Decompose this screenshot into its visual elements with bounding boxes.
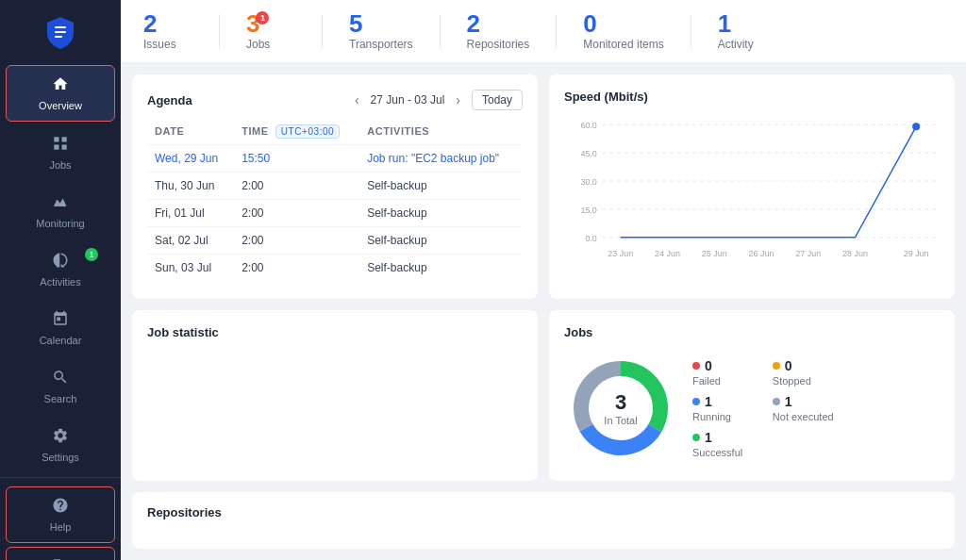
- sidebar-item-monitoring-label: Monitoring: [36, 218, 84, 229]
- sidebar-item-search[interactable]: Search: [6, 359, 115, 414]
- cell-activity: Job run: "EC2 backup job": [359, 145, 523, 173]
- stat-divider-4: [556, 14, 557, 48]
- donut-number: 3: [604, 390, 637, 415]
- svg-text:45.0: 45.0: [580, 149, 596, 158]
- job-statistic-title: Job statistic: [147, 325, 523, 339]
- stopped-dot: [773, 362, 780, 370]
- cell-activity: Self-backup: [359, 200, 523, 227]
- agenda-table: DATE TIME UTC+03:00 ACTIVITIES Wed, 29 J…: [147, 122, 523, 281]
- cell-time: 15:50: [234, 145, 359, 173]
- stat-jobs-label: Jobs: [246, 38, 270, 51]
- sidebar-item-calendar-label: Calendar: [40, 335, 82, 346]
- sidebar-item-activities-label: Activities: [40, 276, 80, 288]
- legend-failed: 0 Failed: [692, 358, 754, 387]
- monitoring-icon: [52, 193, 69, 214]
- timezone-badge: UTC+03:00: [275, 124, 340, 139]
- stat-repositories-label: Repositories: [467, 38, 530, 51]
- activities-badge: 1: [85, 248, 98, 261]
- agenda-next-button[interactable]: ›: [452, 91, 464, 109]
- sidebar-item-overview[interactable]: Overview: [6, 65, 115, 122]
- stat-jobs: 3 1 Jobs: [246, 11, 322, 51]
- legend-successful: 1 Successful: [692, 430, 754, 458]
- speed-card: Speed (Mbit/s) 60.0 45.0 30.0 15.0 0.0: [549, 74, 955, 299]
- today-button[interactable]: Today: [472, 90, 523, 110]
- cell-date: Thu, 30 Jun: [147, 173, 234, 200]
- stat-jobs-number: 3 1: [246, 11, 259, 36]
- svg-text:24 Jun: 24 Jun: [655, 249, 680, 258]
- svg-rect-2: [55, 36, 62, 38]
- stats-bar: 2 Issues 3 1 Jobs 5 Transporters 2 Repos…: [121, 0, 966, 63]
- cell-date: Sun, 03 Jul: [147, 255, 234, 282]
- help-icon: [52, 497, 69, 518]
- successful-label: Successful: [692, 447, 754, 458]
- svg-rect-1: [55, 31, 66, 33]
- activities-icon: [52, 252, 69, 272]
- successful-count: 1: [705, 430, 712, 445]
- svg-text:26 Jun: 26 Jun: [749, 249, 774, 258]
- cell-activity: Self-backup: [359, 255, 523, 282]
- svg-text:60.0: 60.0: [580, 121, 596, 130]
- sidebar-nav: Overview Jobs Monitoring 1 Activities: [0, 60, 121, 477]
- settings-icon: [52, 427, 69, 448]
- running-label: Running: [692, 411, 754, 422]
- agenda-card: Agenda ‹ 27 Jun - 03 Jul › Today DATE TI…: [132, 74, 538, 299]
- agenda-range: 27 Jun - 03 Jul: [371, 93, 445, 107]
- stat-divider-3: [440, 14, 441, 48]
- repositories-title: Repositories: [147, 505, 940, 519]
- agenda-nav: ‹ 27 Jun - 03 Jul › Today: [351, 90, 523, 110]
- sidebar-item-activities[interactable]: 1 Activities: [6, 242, 115, 297]
- table-row: Sun, 03 Jul 2:00 Self-backup: [147, 255, 523, 282]
- stat-monitored-number: 0: [583, 11, 596, 36]
- stat-activity-label: Activity: [718, 38, 754, 51]
- jobs-card: Jobs 3 In Total: [549, 310, 955, 482]
- bottom-row: Repositories: [121, 492, 966, 560]
- legend-stopped: 0 Stopped: [773, 358, 834, 387]
- sidebar-item-jobs-label: Jobs: [49, 159, 71, 171]
- stat-repositories: 2 Repositories: [467, 11, 557, 51]
- legend-not-executed: 1 Not executed: [773, 394, 834, 422]
- svg-text:25 Jun: 25 Jun: [702, 249, 727, 258]
- svg-point-20: [912, 123, 920, 130]
- search-icon: [52, 369, 69, 389]
- sidebar-item-help[interactable]: Help: [6, 486, 115, 543]
- jobs-notification-badge: 1: [256, 11, 269, 25]
- stat-repositories-number: 2: [467, 11, 480, 36]
- stat-divider-5: [691, 14, 691, 48]
- stopped-label: Stopped: [773, 375, 834, 387]
- cell-date: Wed, 29 Jun: [147, 145, 234, 173]
- sidebar: Overview Jobs Monitoring 1 Activities: [0, 0, 121, 560]
- svg-text:0.0: 0.0: [585, 234, 596, 243]
- svg-text:29 Jun: 29 Jun: [904, 249, 929, 258]
- repositories-card: Repositories: [132, 492, 955, 549]
- stat-divider-1: [219, 14, 220, 48]
- sidebar-item-help-label: Help: [50, 521, 72, 533]
- jobs-title: Jobs: [564, 325, 940, 339]
- agenda-prev-button[interactable]: ‹: [351, 91, 363, 109]
- sidebar-item-search-label: Search: [44, 393, 77, 404]
- svg-text:27 Jun: 27 Jun: [795, 249, 821, 258]
- jobs-legend: 0 Failed 0 Stopped 1: [692, 358, 834, 458]
- stat-transporters-number: 5: [349, 11, 362, 36]
- sidebar-item-monitoring[interactable]: Monitoring: [6, 184, 115, 239]
- table-row: Sat, 02 Jul 2:00 Self-backup: [147, 227, 523, 255]
- sidebar-item-settings[interactable]: Settings: [6, 418, 115, 472]
- cell-date: Fri, 01 Jul: [147, 200, 234, 227]
- successful-dot: [692, 434, 700, 441]
- col-time: TIME UTC+03:00: [234, 122, 359, 145]
- speed-chart-svg: 60.0 45.0 30.0 15.0 0.0 23 Jun 24 Jun 25…: [564, 115, 940, 266]
- sidebar-item-calendar[interactable]: Calendar: [6, 301, 115, 355]
- stat-transporters: 5 Transporters: [349, 11, 440, 51]
- stat-issues: 2 Issues: [143, 11, 219, 51]
- sidebar-item-jobs[interactable]: Jobs: [6, 125, 115, 180]
- jobs-icon: [52, 135, 69, 156]
- stat-divider-2: [322, 14, 323, 48]
- failed-label: Failed: [692, 375, 754, 387]
- stat-transporters-label: Transporters: [349, 38, 413, 51]
- speed-chart-area: 60.0 45.0 30.0 15.0 0.0 23 Jun 24 Jun 25…: [564, 115, 940, 266]
- sidebar-item-logout[interactable]: Logout: [6, 547, 115, 560]
- logo-icon: [43, 15, 77, 49]
- content-grid: Agenda ‹ 27 Jun - 03 Jul › Today DATE TI…: [121, 63, 966, 492]
- sidebar-item-settings-label: Settings: [42, 452, 79, 463]
- svg-text:15.0: 15.0: [580, 206, 596, 215]
- svg-text:23 Jun: 23 Jun: [608, 249, 633, 258]
